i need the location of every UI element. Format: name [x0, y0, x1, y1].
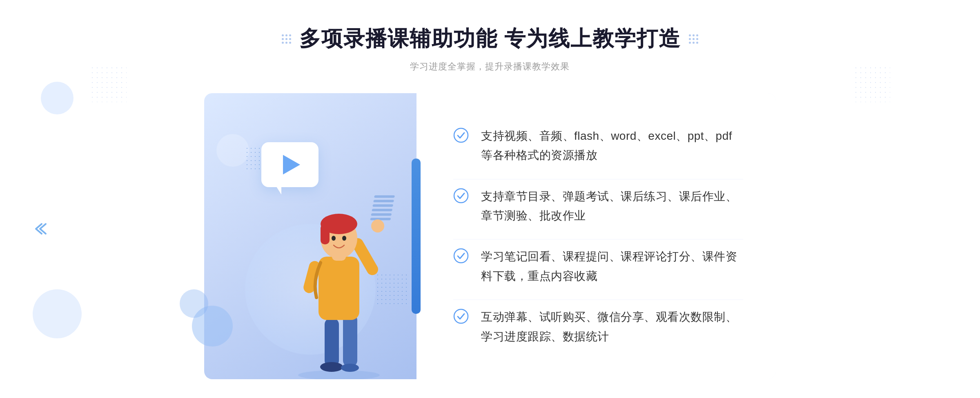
check-icon-1 [453, 127, 469, 143]
feature-item-4: 互动弹幕、试听购买、微信分享、观看次数限制、学习进度跟踪、数据统计 [453, 300, 743, 353]
svg-point-4 [341, 364, 359, 372]
svg-point-3 [320, 362, 343, 372]
svg-point-15 [454, 128, 468, 142]
deco-circle-bottom [33, 289, 82, 338]
svg-point-14 [342, 236, 346, 241]
dots-decoration-left [90, 65, 127, 102]
feature-text-4: 互动弹幕、试听购买、微信分享、观看次数限制、学习进度跟踪、数据统计 [481, 307, 743, 346]
features-panel: 支持视频、音频、flash、word、excel、ppt、pdf等各种格式的资源… [416, 93, 776, 379]
main-title: 多项录播课辅助功能 专为线上教学打造 [299, 25, 681, 53]
svg-point-0 [298, 370, 380, 379]
dots-decoration-right [853, 65, 890, 102]
title-row: 多项录播课辅助功能 专为线上教学打造 [282, 25, 698, 53]
feature-item-2: 支持章节目录、弹题考试、课后练习、课后作业、章节测验、批改作业 [453, 179, 743, 233]
svg-rect-2 [343, 314, 357, 367]
feature-text-2: 支持章节目录、弹题考试、课后练习、课后作业、章节测验、批改作业 [481, 187, 743, 226]
left-chevron-nav[interactable] [33, 222, 49, 235]
svg-point-7 [371, 219, 384, 233]
decorative-dots-left [282, 34, 291, 44]
page-container: 多项录播课辅助功能 专为线上教学打造 学习进度全掌握，提升录播课教学效果 [0, 0, 980, 398]
illustration-panel [204, 93, 416, 379]
feature-item-1: 支持视频、音频、flash、word、excel、ppt、pdf等各种格式的资源… [453, 119, 743, 172]
svg-rect-5 [318, 257, 359, 320]
feature-text-3: 学习笔记回看、课程提问、课程评论打分、课件资料下载，重点内容收藏 [481, 247, 743, 286]
deco-circle-2 [180, 289, 208, 318]
check-icon-4 [453, 309, 469, 324]
circle-small [216, 134, 249, 167]
svg-rect-1 [325, 318, 339, 367]
svg-rect-12 [321, 224, 330, 244]
svg-point-18 [454, 309, 468, 323]
check-icon-3 [453, 248, 469, 264]
check-icon-2 [453, 188, 469, 203]
header-section: 多项录播课辅助功能 专为线上教学打造 学习进度全掌握，提升录播课教学效果 [282, 25, 698, 73]
decorative-dots-right [689, 34, 698, 44]
feature-text-1: 支持视频、音频、flash、word、excel、ppt、pdf等各种格式的资源… [481, 126, 743, 165]
svg-point-13 [332, 236, 336, 241]
blue-accent-bar [412, 159, 421, 314]
deco-circle-top [41, 82, 74, 114]
svg-point-16 [454, 189, 468, 203]
feature-item-3: 学习笔记回看、课程提问、课程评论打分、课件资料下载，重点内容收藏 [453, 239, 743, 293]
person-illustration [267, 167, 410, 379]
content-area: 支持视频、音频、flash、word、excel、ppt、pdf等各种格式的资源… [204, 93, 776, 379]
svg-point-17 [454, 249, 468, 263]
subtitle: 学习进度全掌握，提升录播课教学效果 [282, 60, 698, 73]
